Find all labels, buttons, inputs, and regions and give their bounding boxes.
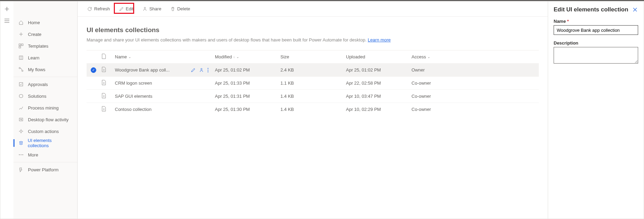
sidebar-item-process-mining[interactable]: Process mining xyxy=(13,102,77,114)
column-modified[interactable]: Modified↓⌄ xyxy=(215,54,280,59)
sidebar-item-learn[interactable]: Learn xyxy=(13,52,77,64)
sidebar-item-create[interactable]: Create xyxy=(13,28,77,40)
row-uploaded: Apr 10, 03:47 PM xyxy=(346,94,412,99)
sidebar-item-more[interactable]: More xyxy=(13,149,77,161)
sidebar-item-label: Templates xyxy=(28,44,48,49)
svg-point-5 xyxy=(22,70,23,72)
sidebar-item-desktop-flow-activity[interactable]: Desktop flow activity xyxy=(13,114,77,125)
row-size: 2.4 KB xyxy=(280,67,346,73)
close-icon[interactable] xyxy=(632,7,638,13)
table-row[interactable]: Contoso collectionApr 25, 01:30 PM1.4 KB… xyxy=(87,103,539,116)
sidebar-item-label: Learn xyxy=(28,55,39,60)
sidebar-item-label: UI elements collections xyxy=(28,138,73,148)
row-uploaded: Apr 10, 02:29 PM xyxy=(346,107,412,112)
column-size[interactable]: Size xyxy=(280,54,346,59)
refresh-icon xyxy=(87,7,92,11)
row-size: 1.4 KB xyxy=(280,107,346,112)
column-uploaded[interactable]: Uploaded xyxy=(346,54,412,59)
description-field[interactable] xyxy=(554,47,638,64)
sidebar-item-label: Solutions xyxy=(28,94,46,99)
share-label: Share xyxy=(149,6,161,11)
share-icon[interactable] xyxy=(199,68,204,73)
svg-point-14 xyxy=(208,68,208,68)
sidebar-item-label: Desktop flow activity xyxy=(28,117,69,122)
sidebar-item-power-platform[interactable]: Power Platform xyxy=(13,164,77,175)
edit-button[interactable]: Edit xyxy=(116,4,137,14)
sidebar-item-label: More xyxy=(28,152,38,158)
sidebar-item-label: Create xyxy=(28,32,41,37)
table-row[interactable]: ✓Woodgrove Bank app coll...Apr 25, 01:02… xyxy=(87,63,539,76)
plus-icon xyxy=(18,31,24,37)
collection-file-icon xyxy=(101,106,107,112)
row-name[interactable]: SAP GUI elements xyxy=(115,94,152,99)
collections-table: Name⌄ Modified↓⌄ Size Uploaded Access⌄ ✓… xyxy=(87,50,539,116)
file-header-icon xyxy=(101,54,107,59)
sidebar: Home Create Templates Learn My flows xyxy=(13,1,78,219)
name-field[interactable] xyxy=(554,25,638,35)
sidebar-item-solutions[interactable]: Solutions xyxy=(13,90,77,102)
row-modified: Apr 25, 01:30 PM xyxy=(215,107,280,112)
svg-point-11 xyxy=(22,154,23,155)
learn-more-link[interactable]: Learn more xyxy=(368,37,390,42)
templates-icon xyxy=(18,43,24,49)
sidebar-item-ui-elements-collections[interactable]: UI elements collections xyxy=(13,137,77,149)
svg-point-15 xyxy=(208,69,208,70)
svg-rect-0 xyxy=(19,44,21,46)
more-icon[interactable] xyxy=(207,68,212,73)
page-title: UI elements collections xyxy=(87,26,539,34)
more-icon xyxy=(18,152,24,158)
sidebar-item-templates[interactable]: Templates xyxy=(13,40,77,52)
sidebar-item-my-flows[interactable]: My flows xyxy=(13,64,77,75)
sidebar-item-label: Power Platform xyxy=(28,167,59,172)
svg-rect-6 xyxy=(19,83,23,86)
sidebar-item-label: Custom actions xyxy=(28,129,59,134)
row-access: Co-owner xyxy=(412,107,460,112)
edit-icon[interactable] xyxy=(191,68,196,73)
column-name[interactable]: Name⌄ xyxy=(115,54,215,59)
table-row[interactable]: SAP GUI elementsApr 25, 01:31 PM1.4 KBAp… xyxy=(87,89,539,103)
refresh-button[interactable]: Refresh xyxy=(84,4,113,14)
column-access[interactable]: Access⌄ xyxy=(412,54,460,59)
svg-rect-2 xyxy=(19,46,21,48)
process-mining-icon xyxy=(18,105,24,111)
share-button[interactable]: Share xyxy=(139,4,165,14)
row-modified: Apr 25, 01:33 PM xyxy=(215,80,280,86)
row-select-checked-icon[interactable]: ✓ xyxy=(91,67,96,73)
row-modified: Apr 25, 01:02 PM xyxy=(215,67,280,73)
svg-point-12 xyxy=(144,7,146,9)
svg-point-16 xyxy=(208,71,208,72)
hamburger-icon[interactable] xyxy=(2,16,12,26)
edit-label: Edit xyxy=(126,6,133,11)
home-icon xyxy=(18,20,24,25)
row-access: Co-owner xyxy=(412,94,460,99)
collection-file-icon xyxy=(101,80,107,85)
row-name[interactable]: CRM logon screen xyxy=(115,80,152,86)
share-icon xyxy=(142,7,147,11)
sidebar-item-approvals[interactable]: Approvals xyxy=(13,78,77,90)
svg-rect-1 xyxy=(21,44,23,46)
flow-icon xyxy=(18,67,24,72)
sidebar-item-custom-actions[interactable]: Custom actions xyxy=(13,125,77,137)
refresh-label: Refresh xyxy=(94,6,110,11)
row-modified: Apr 25, 01:31 PM xyxy=(215,94,280,99)
toolbar: Refresh Edit Share Delete xyxy=(78,1,548,17)
svg-point-10 xyxy=(21,154,21,155)
delete-label: Delete xyxy=(177,6,190,11)
delete-button[interactable]: Delete xyxy=(167,4,194,14)
expand-icon[interactable] xyxy=(2,4,12,14)
solutions-icon xyxy=(18,93,24,99)
row-uploaded: Apr 25, 01:02 PM xyxy=(346,67,412,73)
row-name[interactable]: Woodgrove Bank app coll... xyxy=(115,67,170,73)
sort-down-icon: ↓ xyxy=(233,55,235,59)
book-icon xyxy=(18,55,24,60)
sidebar-item-home[interactable]: Home xyxy=(13,17,77,28)
row-size: 1.1 KB xyxy=(280,80,346,86)
svg-point-13 xyxy=(201,68,202,70)
approvals-icon xyxy=(18,82,24,87)
row-size: 1.4 KB xyxy=(280,94,346,99)
table-row[interactable]: CRM logon screenApr 25, 01:33 PM1.1 KBAp… xyxy=(87,76,539,89)
svg-point-8 xyxy=(20,130,22,132)
sidebar-item-label: Home xyxy=(28,20,40,25)
row-name[interactable]: Contoso collection xyxy=(115,107,151,112)
custom-actions-icon xyxy=(18,128,24,134)
